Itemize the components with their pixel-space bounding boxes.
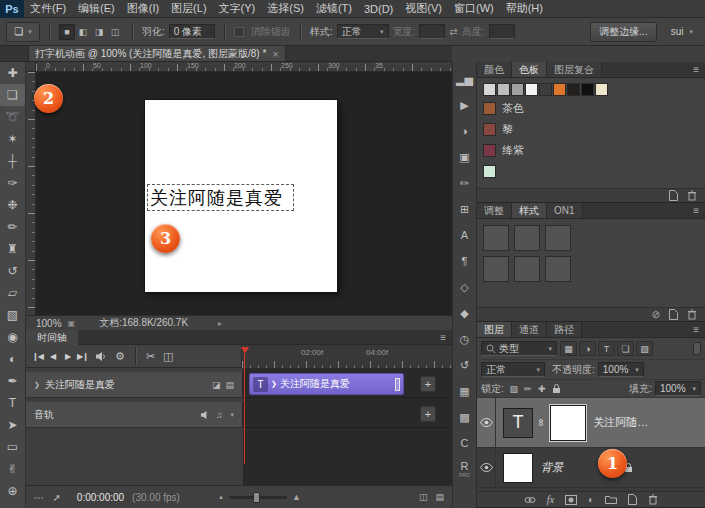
document-size-info[interactable]: 文档:168.8K/260.7K — [99, 316, 188, 330]
tab-on1[interactable]: ON1 — [547, 203, 583, 218]
add-media-button[interactable]: + — [420, 376, 436, 392]
lock-all-icon[interactable] — [552, 383, 561, 394]
refine-edge-button[interactable]: 调整边缘... — [590, 22, 656, 42]
menu-item[interactable]: 图像(I) — [121, 1, 165, 16]
audio-mute-icon[interactable] — [200, 410, 211, 420]
delete-swatch-icon[interactable] — [687, 190, 697, 201]
audio-note-icon[interactable]: ♫ — [216, 410, 223, 420]
timeline-transition-icon[interactable]: ◫ — [419, 492, 428, 502]
move-tool[interactable]: ✚ — [0, 62, 25, 84]
delete-layer-icon[interactable] — [648, 494, 658, 505]
panel-menu-icon[interactable]: ≡ — [687, 322, 705, 337]
swatch-row[interactable]: 黎 — [477, 119, 705, 140]
next-frame-button[interactable]: ▶❙ — [75, 348, 90, 364]
info-panel-icon[interactable]: ▩ — [453, 404, 476, 430]
color-swatch[interactable] — [595, 83, 608, 96]
tab-layer-comps[interactable]: 图层复合 — [547, 62, 602, 77]
hand-tool[interactable]: ✌ — [0, 458, 25, 480]
canvas-text-layer[interactable]: 关注阿随是真爱 — [150, 186, 283, 210]
materials-panel-icon[interactable]: ◆ — [453, 300, 476, 326]
brush-panel-icon[interactable]: ✏ — [453, 170, 476, 196]
height-input[interactable] — [489, 24, 515, 39]
navigator-panel-icon[interactable]: ▦ — [453, 378, 476, 404]
style-thumb[interactable] — [545, 256, 571, 282]
menu-item[interactable]: 滤镜(T) — [310, 1, 358, 16]
track-expand-chevron[interactable]: ❯ — [34, 381, 40, 389]
timeline-panel-icon[interactable]: ◷ — [453, 326, 476, 352]
tool-preset-picker[interactable]: ❏ ▾ — [6, 22, 40, 42]
path-selection-tool[interactable]: ➤ — [0, 414, 25, 436]
style-thumb[interactable] — [514, 256, 540, 282]
close-tab-icon[interactable]: × — [272, 48, 278, 60]
convert-frames-icon[interactable]: ▫▫▫ — [34, 494, 44, 501]
filter-adjustment-layers-icon[interactable]: ◑ — [579, 341, 596, 356]
blend-mode-select[interactable]: 正常 ▾ — [481, 362, 545, 377]
layer-mask-thumbnail[interactable] — [550, 405, 586, 441]
play-button[interactable]: ▶ — [60, 348, 75, 364]
filter-smart-objects-icon[interactable]: ▨ — [636, 341, 653, 356]
eye-icon[interactable] — [480, 463, 493, 472]
canvas-viewport[interactable]: 关注阿随是真爱 — [36, 72, 452, 315]
style-select[interactable]: 正常 ▾ — [337, 24, 389, 39]
add-audio-button[interactable]: + — [420, 406, 436, 422]
on1-resize-panel-icon[interactable]: RPRO — [453, 456, 476, 482]
intersect-selection-button[interactable]: ◫ — [107, 24, 123, 40]
fill-input[interactable]: 100% ▾ — [655, 381, 701, 396]
pen-tool[interactable]: ✒ — [0, 370, 25, 392]
color-swatch[interactable] — [539, 83, 552, 96]
layer-row-background[interactable]: 背景 — [477, 448, 705, 488]
clone-source-panel-icon[interactable]: ⊞ — [453, 196, 476, 222]
subtract-from-selection-button[interactable]: ◨ — [91, 24, 107, 40]
swap-dimensions-icon[interactable]: ⇄ — [449, 26, 457, 37]
new-selection-button[interactable]: ■ — [59, 24, 75, 40]
new-style-icon[interactable] — [669, 309, 678, 320]
menu-item[interactable]: 文件(F) — [24, 1, 72, 16]
width-input[interactable] — [419, 24, 445, 39]
type-tool[interactable]: T — [0, 392, 25, 414]
history-brush-tool[interactable]: ↺ — [0, 260, 25, 282]
eyedropper-tool[interactable]: ✑ — [0, 172, 25, 194]
style-thumb[interactable] — [545, 225, 571, 251]
tab-color[interactable]: 颜色 — [477, 62, 512, 77]
menu-item[interactable]: 窗口(W) — [448, 1, 500, 16]
color-swatch[interactable] — [483, 83, 496, 96]
layer-row-text[interactable]: T ∞ 关注阿随… — [477, 398, 705, 448]
new-adjustment-layer-icon[interactable]: ◐ — [588, 494, 594, 505]
gradient-tool[interactable]: ▧ — [0, 304, 25, 326]
clone-stamp-tool[interactable]: ♜ — [0, 238, 25, 260]
swatch-row[interactable]: 茶色 — [477, 98, 705, 119]
healing-brush-tool[interactable]: ❉ — [0, 194, 25, 216]
timeline-tab[interactable]: 时间轴 — [26, 330, 78, 345]
filter-shape-layers-icon[interactable]: ❏ — [617, 341, 634, 356]
panel-menu-icon[interactable]: ≡ — [687, 62, 705, 77]
menu-item[interactable]: 编辑(E) — [72, 1, 121, 16]
menu-item[interactable]: 视图(V) — [399, 1, 448, 16]
tab-adjustments[interactable]: 调整 — [477, 203, 512, 218]
tab-paths[interactable]: 路径 — [547, 322, 582, 337]
properties-panel-icon[interactable]: ▣ — [453, 144, 476, 170]
new-layer-icon[interactable] — [628, 494, 637, 505]
history-panel-icon[interactable]: ↺ — [453, 352, 476, 378]
delete-style-icon[interactable] — [687, 309, 697, 320]
previous-frame-button[interactable]: ◀ — [45, 348, 60, 364]
link-layers-icon[interactable] — [524, 496, 536, 504]
actions-panel-icon[interactable]: ▶ — [453, 92, 476, 118]
lasso-tool[interactable]: ➰ — [0, 106, 25, 128]
menu-item[interactable]: 图层(L) — [165, 1, 212, 16]
playhead-handle[interactable] — [241, 347, 249, 354]
timeline-time-ruler[interactable]: 02:00f 04:00f — [241, 345, 452, 368]
zoom-in-icon[interactable]: ▲ — [292, 492, 301, 502]
color-swatch[interactable] — [511, 83, 524, 96]
layer-name[interactable]: 关注阿随… — [593, 415, 648, 430]
layer-visibility-cell[interactable] — [477, 398, 496, 447]
clear-style-icon[interactable]: ⊘ — [652, 309, 660, 320]
add-layer-mask-icon[interactable] — [565, 495, 577, 505]
layer-style-fx-icon[interactable]: fx — [547, 494, 554, 505]
dodge-tool[interactable]: ◐ — [0, 348, 25, 370]
3d-panel-icon[interactable]: ◇ — [453, 274, 476, 300]
crop-tool[interactable]: ┼ — [0, 150, 25, 172]
opacity-input[interactable]: 100% ▾ — [598, 362, 644, 377]
filter-type-layers-icon[interactable]: T — [598, 341, 615, 356]
swatch-row[interactable]: 绛紫 — [477, 140, 705, 161]
feather-input[interactable]: 0 像素 — [169, 24, 215, 39]
